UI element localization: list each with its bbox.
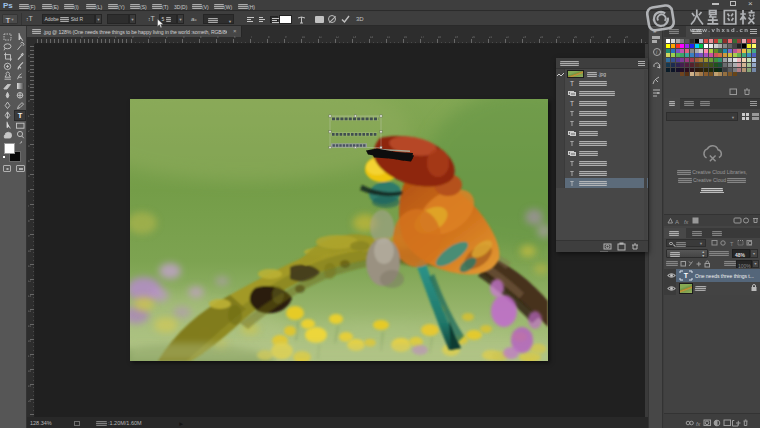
svg-text:T: T bbox=[730, 241, 734, 247]
svg-text:fx: fx bbox=[684, 219, 689, 225]
svg-text:A: A bbox=[675, 219, 679, 225]
svg-text:fx: fx bbox=[696, 421, 701, 427]
svg-text:www.vhxsd.cn: www.vhxsd.cn bbox=[689, 27, 749, 33]
